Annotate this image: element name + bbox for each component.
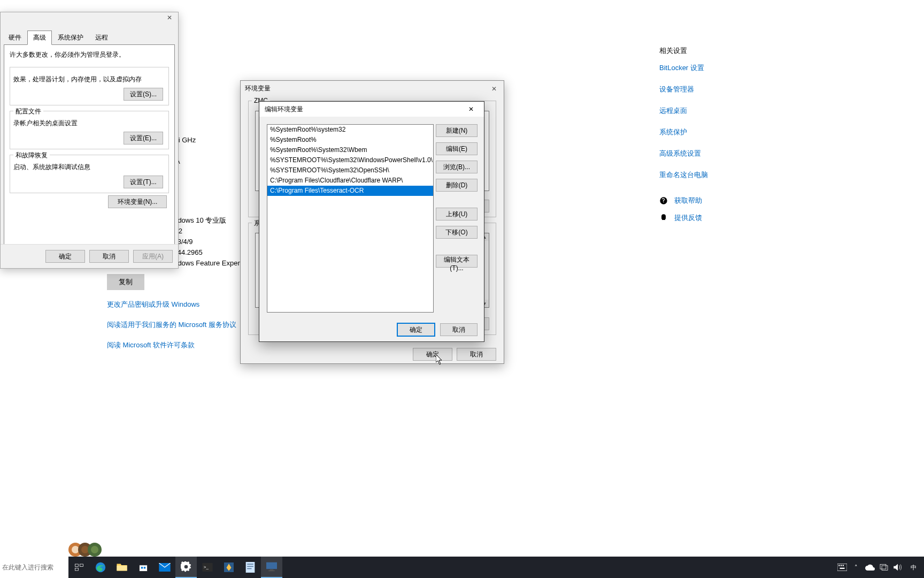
svg-rect-1 xyxy=(80,564,83,567)
env-titlebar: 环境变量 ✕ xyxy=(241,81,504,96)
tab-system-protection[interactable]: 系统保护 xyxy=(52,31,89,45)
search-box[interactable]: 在此键入进行搜索 xyxy=(0,557,68,578)
onedrive-icon[interactable] xyxy=(864,557,876,578)
path-row[interactable]: C:\Program Files\Cloudflare\Cloudflare W… xyxy=(267,176,433,186)
path-new-button[interactable]: 新建(N) xyxy=(436,124,478,137)
svg-rect-17 xyxy=(270,569,274,571)
path-row[interactable]: %SYSTEMROOT%\System32\WindowsPowerShell\… xyxy=(267,155,433,165)
keyboard-icon xyxy=(837,564,847,571)
svg-rect-19 xyxy=(837,564,847,571)
edit-cancel-button[interactable]: 取消 xyxy=(440,323,478,336)
ime-lang[interactable]: 中 xyxy=(906,557,921,578)
ime-indicator[interactable] xyxy=(836,557,848,578)
sysprotect-link[interactable]: 系统保护 xyxy=(659,127,729,137)
explorer-button[interactable] xyxy=(111,557,133,578)
tab-hardware[interactable]: 硬件 xyxy=(3,31,27,45)
store-button[interactable] xyxy=(133,557,154,578)
svg-rect-4 xyxy=(117,566,127,571)
task-view-button[interactable] xyxy=(68,557,90,578)
sysprop-close-button[interactable]: ✕ xyxy=(164,13,175,22)
svg-rect-22 xyxy=(843,565,844,566)
terminal-icon: >_ xyxy=(202,563,213,572)
edit-title-text: 编辑环境变量 xyxy=(265,105,303,114)
svg-rect-23 xyxy=(840,568,845,569)
svg-rect-7 xyxy=(144,567,145,568)
path-row[interactable]: %SystemRoot%\System32\Wbem xyxy=(267,145,433,155)
tab-advanced[interactable]: 高级 xyxy=(27,31,52,45)
env-close-button[interactable]: ✕ xyxy=(489,85,499,93)
svg-text:>_: >_ xyxy=(204,565,209,569)
svg-rect-14 xyxy=(247,566,253,567)
startup-settings-button[interactable]: 设置(T)... xyxy=(124,176,163,188)
edge-icon xyxy=(95,561,106,573)
edit-close-button[interactable]: ✕ xyxy=(460,104,482,115)
rename-pc-link[interactable]: 重命名这台电脑 xyxy=(659,170,729,180)
app-button-3[interactable] xyxy=(261,557,282,578)
mail-button[interactable] xyxy=(154,557,175,578)
path-listbox[interactable]: %SystemRoot%\system32 %SystemRoot% %Syst… xyxy=(267,124,434,313)
path-edit-text-button[interactable]: 编辑文本(T)... xyxy=(436,255,478,268)
perf-settings-button[interactable]: 设置(S)... xyxy=(124,88,163,101)
bitlocker-link[interactable]: BitLocker 设置 xyxy=(659,63,729,73)
app-button-2[interactable] xyxy=(240,557,261,578)
volume-icon[interactable] xyxy=(892,557,904,578)
path-row[interactable]: %SYSTEMROOT%\System32\OpenSSH\ xyxy=(267,165,433,176)
svg-rect-16 xyxy=(266,562,277,569)
terminal-button[interactable]: >_ xyxy=(197,557,218,578)
svg-rect-5 xyxy=(140,565,148,572)
edit-ok-button[interactable]: 确定 xyxy=(397,323,435,336)
user-settings-button[interactable]: 设置(E)... xyxy=(124,132,163,144)
user-profiles-group: 配置文件 录帐户相关的桌面设置 设置(E)... xyxy=(10,111,169,149)
env-vars-button[interactable]: 环境变量(N)... xyxy=(108,195,167,208)
user-desc: 录帐户相关的桌面设置 xyxy=(13,119,78,127)
feedback-link[interactable]: 提供反馈 xyxy=(674,213,702,223)
env-ok-button[interactable]: 确定 xyxy=(413,348,452,361)
env-cancel-button[interactable]: 取消 xyxy=(457,348,496,361)
remote-desktop-link[interactable]: 远程桌面 xyxy=(659,106,729,116)
perf-desc: 效果，处理器计划，内存使用，以及虚拟内存 xyxy=(13,75,142,83)
copy-button[interactable]: 复制 xyxy=(107,274,144,290)
wifi-icon xyxy=(880,564,888,571)
settings-button[interactable] xyxy=(175,557,197,578)
path-move-up-button[interactable]: 上移(U) xyxy=(436,208,478,220)
mail-icon xyxy=(159,563,171,572)
edit-titlebar: 编辑环境变量 ✕ xyxy=(259,102,484,117)
sysprop-cancel-button[interactable]: 取消 xyxy=(89,250,129,263)
path-row-selected[interactable]: C:\Program Files\Tesseract-OCR xyxy=(267,186,433,196)
user-legend: 配置文件 xyxy=(13,107,43,116)
svg-rect-6 xyxy=(141,567,143,568)
task-view-icon xyxy=(74,562,84,572)
network-icon[interactable] xyxy=(878,557,890,578)
svg-rect-13 xyxy=(247,564,253,565)
svg-rect-0 xyxy=(75,564,79,567)
speaker-icon xyxy=(894,564,902,571)
svg-rect-24 xyxy=(880,565,886,569)
related-settings-panel: 相关设置 BitLocker 设置 设备管理器 远程桌面 系统保护 高级系统设置… xyxy=(659,46,729,230)
devmgr-link[interactable]: 设备管理器 xyxy=(659,85,729,94)
env-title-text: 环境变量 xyxy=(245,84,271,93)
startup-desc: 启动、系统故障和调试信息 xyxy=(13,163,90,171)
app-button-1[interactable] xyxy=(218,557,240,578)
path-delete-button[interactable]: 删除(D) xyxy=(436,179,478,192)
tab-remote[interactable]: 远程 xyxy=(89,31,114,45)
get-help-link[interactable]: 获取帮助 xyxy=(674,196,702,206)
related-heading: 相关设置 xyxy=(659,46,729,56)
edit-path-dialog: 编辑环境变量 ✕ %SystemRoot%\system32 %SystemRo… xyxy=(259,101,484,342)
advanced-system-link[interactable]: 高级系统设置 xyxy=(659,149,729,158)
path-edit-button[interactable]: 编辑(E) xyxy=(436,142,478,155)
path-browse-button[interactable]: 浏览(B)... xyxy=(436,161,478,173)
sysprop-tabs: 硬件 高级 系统保护 远程 xyxy=(3,31,175,45)
admin-note: 许大多数更改，你必须作为管理员登录。 xyxy=(10,50,169,59)
svg-rect-18 xyxy=(268,571,275,572)
sysprop-apply-button: 应用(A) xyxy=(133,250,173,263)
tray-chevron-up[interactable]: ˄ xyxy=(850,557,862,578)
path-row[interactable]: %SystemRoot% xyxy=(267,135,433,145)
startup-legend: 和故障恢复 xyxy=(13,151,50,160)
help-icon xyxy=(659,196,668,205)
path-row[interactable]: %SystemRoot%\system32 xyxy=(267,125,433,135)
sysprop-ok-button[interactable]: 确定 xyxy=(45,250,85,263)
cloud-icon xyxy=(865,564,875,571)
sysprop-button-row: 确定 取消 应用(A) xyxy=(1,244,178,268)
path-move-down-button[interactable]: 下移(O) xyxy=(436,226,478,239)
edge-button[interactable] xyxy=(90,557,111,578)
